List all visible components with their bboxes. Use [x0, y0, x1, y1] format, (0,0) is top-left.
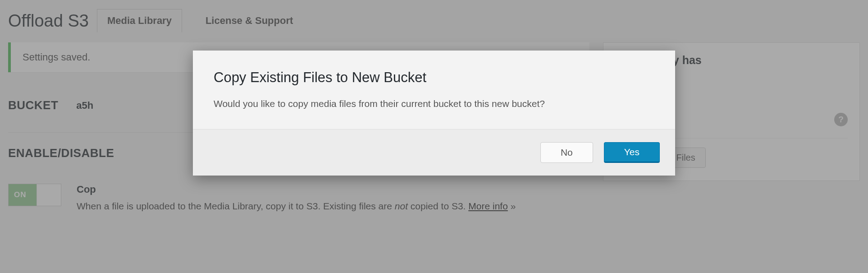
yes-button[interactable]: Yes	[604, 142, 660, 163]
modal-footer: No Yes	[193, 129, 675, 176]
modal-overlay: Copy Existing Files to New Bucket Would …	[0, 0, 868, 273]
modal-text: Would you like to copy media files from …	[214, 98, 654, 109]
modal-title: Copy Existing Files to New Bucket	[214, 69, 654, 86]
modal-dialog: Copy Existing Files to New Bucket Would …	[193, 51, 675, 176]
no-button[interactable]: No	[540, 142, 593, 163]
